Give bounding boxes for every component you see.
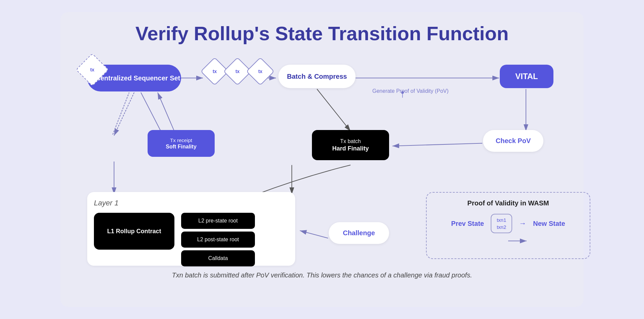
svg-line-11 [158,92,174,131]
new-state-label: New State [533,220,565,228]
txbatch-node: Tx batch Hard Finality [312,130,389,160]
txn1-label: txn1 [497,217,506,223]
flow-area: Decentralized Sequencer Set tx tx tx Bat… [80,58,564,286]
prev-state-label: Prev State [451,220,484,228]
svg-line-7 [392,143,482,146]
pov-box: Proof of Validity in WASM Prev State txn… [426,192,590,259]
l1rollup-node: L1 Rollup Contract [94,213,174,250]
diagram-container: Verify Rollup's State Transition Functio… [60,12,584,307]
layer1-label: Layer 1 [94,199,288,207]
challenge-node: Challenge [329,222,389,244]
calldata-node: Calldata [181,250,255,266]
gen-proof-label: Generate Proof of Validity (PoV) [372,88,448,94]
checkpov-node: Check PoV [483,130,543,152]
svg-line-12 [141,92,161,131]
pov-content: Prev State txn1 txn2 → New State [435,214,582,233]
l2-post-node: L2 post-state root [181,232,255,248]
vital-node: VITAL [500,65,553,88]
txn-box: txn1 txn2 [491,214,512,233]
footer-note: Txn batch is submitted after PoV verific… [80,271,564,279]
receipt-node: Tx receipt Soft Finality [148,130,215,157]
txn2-label: txn2 [497,224,506,230]
l2-stack: L2 pre-state root L2 post-state root Cal… [181,213,255,266]
svg-line-9 [114,92,134,136]
layer1-box: Layer 1 L1 Rollup Contract L2 pre-state … [87,192,295,266]
pov-title: Proof of Validity in WASM [435,199,582,207]
tx-diamond-3: tx [246,57,275,86]
pov-arrow: → [519,219,526,228]
svg-line-15 [300,231,328,238]
l2-pre-node: L2 pre-state root [181,213,255,229]
svg-line-8 [317,89,351,131]
svg-line-10 [113,92,129,135]
batch-compress-node: Batch & Compress [278,65,356,88]
layer1-content: L1 Rollup Contract L2 pre-state root L2 … [94,213,288,266]
tx-group: tx tx tx [205,61,270,81]
main-title: Verify Rollup's State Transition Functio… [80,22,564,45]
